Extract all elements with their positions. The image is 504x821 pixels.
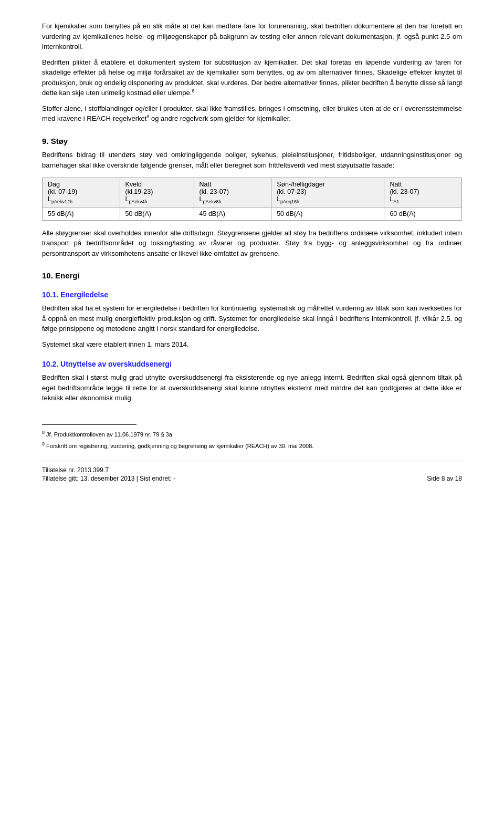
noise-val-dag: 55 dB(A) (43, 207, 120, 220)
page-content: For kjemikalier som benyttes på en slik … (42, 21, 462, 482)
noise-col-helligdag: Søn-/helligdager(kl. 07‑23) LpAeq16h (271, 178, 384, 207)
section-10-2-paragraph: Bedriften skal i størst mulig grad utnyt… (42, 372, 462, 403)
noise-table-header-row: Dag(kl. 07‑19) LpAekv12h Kveld(kl.19‑23)… (43, 178, 462, 207)
noise-col-natt1: Natt(kl. 23‑07) LpAekv8h (194, 178, 271, 207)
footer-left: Tillatelse nr. 2013.399.T Tillatelse git… (42, 466, 175, 482)
fn9-sup: 9 (42, 441, 45, 446)
noise-table-value-row: 55 dB(A) 50 dB(A) 45 dB(A) 50 dB(A) 60 d… (43, 207, 462, 220)
noise-col-dag: Dag(kl. 07‑19) LpAekv12h (43, 178, 120, 207)
section-10-1-paragraph-2: Systemet skal være etablert innen 1. mar… (42, 339, 462, 350)
section-10-1-heading: 10.1. Energiledelse (42, 290, 462, 299)
noise-val-kveld: 50 dB(A) (120, 207, 194, 220)
footer-issued: Tillatelse gitt: 13. desember 2013 | Sis… (42, 475, 175, 482)
noise-val-natt2: 60 dB(A) (384, 207, 462, 220)
section-10-1-paragraph-1: Bedriften skal ha et system for energile… (42, 303, 462, 334)
footnote-8: 8 Jf. Produktkontrolloven av 11.06.1979 … (42, 429, 462, 439)
footnote-divider (42, 424, 136, 425)
footnote-8-marker: 8 (192, 88, 194, 93)
section-9-heading: 9. Støy (42, 137, 462, 146)
paragraph-3: Stoffer alene, i stoffblandinger og/elle… (42, 103, 462, 124)
footer-page: Side 8 av 18 (427, 475, 462, 482)
footer: Tillatelse nr. 2013.399.T Tillatelse git… (42, 461, 462, 482)
noise-col-kveld: Kveld(kl.19‑23) LpAekv4h (120, 178, 194, 207)
noise-val-natt1: 45 dB(A) (194, 207, 271, 220)
paragraph-2: Bedriften plikter å etablere et dokument… (42, 57, 462, 98)
section-9-paragraph: Bedriftens bidrag til utendørs støy ved … (42, 150, 462, 170)
noise-col-natt2: Natt(kl. 23‑07) LA1 (384, 178, 462, 207)
section-10-heading: 10. Energi (42, 271, 462, 280)
intro-paragraph: For kjemikalier som benyttes på en slik … (42, 21, 462, 52)
footer-title: Tillatelse nr. 2013.399.T (42, 466, 175, 474)
section-10-2-heading: 10.2. Utnyttelse av overskuddsenergi (42, 360, 462, 368)
noise-val-helligdag: 50 dB(A) (271, 207, 384, 220)
fn8-sup: 8 (42, 430, 45, 435)
noise-table: Dag(kl. 07‑19) LpAekv12h Kveld(kl.19‑23)… (42, 178, 462, 221)
noise-paragraph: Alle støygrenser skal overholdes innenfo… (42, 228, 462, 259)
footnote-9: 9 Forskrift om registrering, vurdering, … (42, 441, 462, 450)
